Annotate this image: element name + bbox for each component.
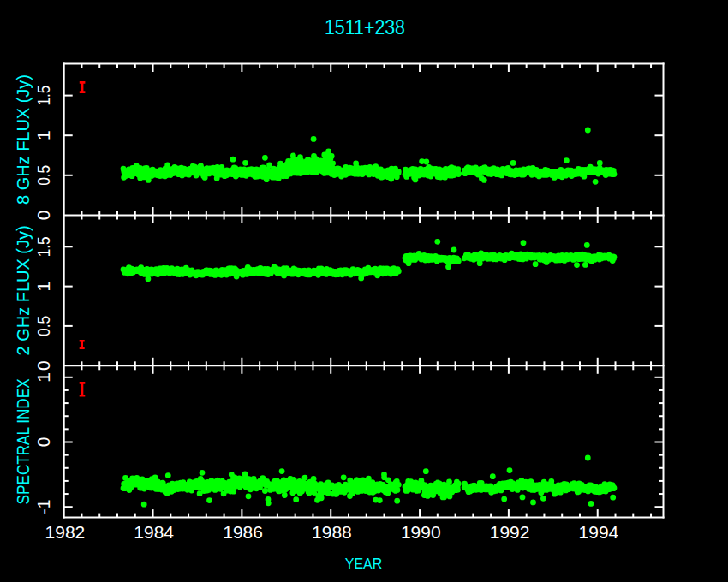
svg-text:0.5: 0.5 xyxy=(33,165,53,186)
svg-text:0: 0 xyxy=(33,437,53,448)
svg-text:1992: 1992 xyxy=(490,522,530,542)
svg-text:1986: 1986 xyxy=(223,522,263,542)
svg-text:SPECTRAL INDEX: SPECTRAL INDEX xyxy=(13,378,33,504)
svg-text:1990: 1990 xyxy=(401,522,441,542)
svg-text:0: 0 xyxy=(33,360,53,371)
svg-text:1: 1 xyxy=(33,372,53,383)
svg-text:1: 1 xyxy=(33,130,53,140)
svg-text:1994: 1994 xyxy=(579,522,619,542)
svg-text:YEAR: YEAR xyxy=(345,555,383,573)
svg-text:1984: 1984 xyxy=(134,522,174,542)
svg-text:1511+238: 1511+238 xyxy=(325,16,405,39)
svg-text:1988: 1988 xyxy=(312,522,352,542)
svg-text:-1: -1 xyxy=(33,500,53,514)
svg-text:1982: 1982 xyxy=(45,522,86,542)
svg-text:0: 0 xyxy=(33,211,53,221)
svg-text:2 GHz FLUX (Jy): 2 GHz FLUX (Jy) xyxy=(13,225,33,355)
svg-text:1: 1 xyxy=(33,282,53,292)
svg-text:1.5: 1.5 xyxy=(33,86,53,106)
svg-text:8 GHz FLUX (Jy): 8 GHz FLUX (Jy) xyxy=(13,74,33,205)
svg-text:1.5: 1.5 xyxy=(33,236,53,257)
svg-text:0.5: 0.5 xyxy=(33,316,53,336)
